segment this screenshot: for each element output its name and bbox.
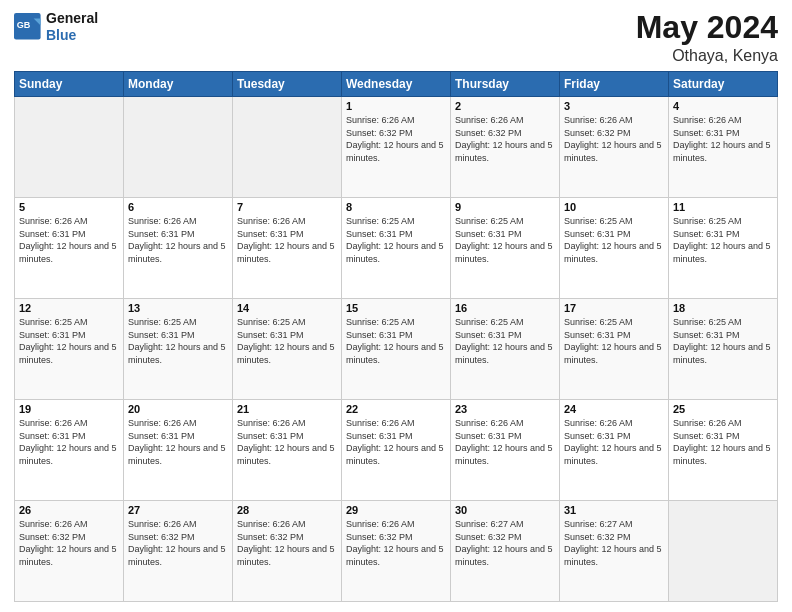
- day-number: 17: [564, 302, 664, 314]
- day-number: 20: [128, 403, 228, 415]
- sunset-label: Sunset: 6:31 PM: [564, 229, 631, 239]
- sunset-label: Sunset: 6:31 PM: [19, 431, 86, 441]
- day-number: 15: [346, 302, 446, 314]
- daylight-label: Daylight: 12 hours and 5 minutes.: [128, 342, 226, 365]
- daylight-label: Daylight: 12 hours and 5 minutes.: [564, 342, 662, 365]
- day-number: 5: [19, 201, 119, 213]
- sunset-label: Sunset: 6:32 PM: [455, 532, 522, 542]
- sunrise-label: Sunrise: 6:25 AM: [237, 317, 306, 327]
- sunrise-label: Sunrise: 6:26 AM: [346, 115, 415, 125]
- calendar-cell: 6Sunrise: 6:26 AMSunset: 6:31 PMDaylight…: [124, 198, 233, 299]
- day-number: 7: [237, 201, 337, 213]
- sunrise-label: Sunrise: 6:25 AM: [564, 317, 633, 327]
- sunset-label: Sunset: 6:32 PM: [455, 128, 522, 138]
- sunrise-label: Sunrise: 6:25 AM: [455, 317, 524, 327]
- calendar-cell: 15Sunrise: 6:25 AMSunset: 6:31 PMDayligh…: [342, 299, 451, 400]
- daylight-label: Daylight: 12 hours and 5 minutes.: [346, 241, 444, 264]
- calendar-cell: 3Sunrise: 6:26 AMSunset: 6:32 PMDaylight…: [560, 97, 669, 198]
- day-info: Sunrise: 6:25 AMSunset: 6:31 PMDaylight:…: [564, 316, 664, 366]
- day-info: Sunrise: 6:25 AMSunset: 6:31 PMDaylight:…: [346, 316, 446, 366]
- calendar-cell: 11Sunrise: 6:25 AMSunset: 6:31 PMDayligh…: [669, 198, 778, 299]
- calendar-cell: [15, 97, 124, 198]
- sunset-label: Sunset: 6:31 PM: [237, 330, 304, 340]
- daylight-label: Daylight: 12 hours and 5 minutes.: [673, 140, 771, 163]
- day-number: 30: [455, 504, 555, 516]
- day-info: Sunrise: 6:26 AMSunset: 6:32 PMDaylight:…: [19, 518, 119, 568]
- day-number: 8: [346, 201, 446, 213]
- day-info: Sunrise: 6:26 AMSunset: 6:31 PMDaylight:…: [673, 417, 773, 467]
- day-number: 19: [19, 403, 119, 415]
- sunrise-label: Sunrise: 6:26 AM: [237, 216, 306, 226]
- calendar-cell: 20Sunrise: 6:26 AMSunset: 6:31 PMDayligh…: [124, 400, 233, 501]
- daylight-label: Daylight: 12 hours and 5 minutes.: [346, 140, 444, 163]
- daylight-label: Daylight: 12 hours and 5 minutes.: [564, 241, 662, 264]
- calendar-cell: 18Sunrise: 6:25 AMSunset: 6:31 PMDayligh…: [669, 299, 778, 400]
- day-number: 1: [346, 100, 446, 112]
- day-info: Sunrise: 6:26 AMSunset: 6:31 PMDaylight:…: [564, 417, 664, 467]
- daylight-label: Daylight: 12 hours and 5 minutes.: [237, 443, 335, 466]
- sunset-label: Sunset: 6:31 PM: [346, 330, 413, 340]
- sunset-label: Sunset: 6:31 PM: [128, 431, 195, 441]
- calendar-header-cell: Monday: [124, 72, 233, 97]
- day-number: 16: [455, 302, 555, 314]
- sunrise-label: Sunrise: 6:26 AM: [128, 418, 197, 428]
- sunrise-label: Sunrise: 6:25 AM: [128, 317, 197, 327]
- calendar-header-cell: Saturday: [669, 72, 778, 97]
- calendar-cell: 28Sunrise: 6:26 AMSunset: 6:32 PMDayligh…: [233, 501, 342, 602]
- calendar-cell: 8Sunrise: 6:25 AMSunset: 6:31 PMDaylight…: [342, 198, 451, 299]
- day-info: Sunrise: 6:25 AMSunset: 6:31 PMDaylight:…: [673, 316, 773, 366]
- calendar-week-row: 5Sunrise: 6:26 AMSunset: 6:31 PMDaylight…: [15, 198, 778, 299]
- daylight-label: Daylight: 12 hours and 5 minutes.: [19, 443, 117, 466]
- sunset-label: Sunset: 6:31 PM: [673, 431, 740, 441]
- daylight-label: Daylight: 12 hours and 5 minutes.: [673, 443, 771, 466]
- daylight-label: Daylight: 12 hours and 5 minutes.: [564, 544, 662, 567]
- day-info: Sunrise: 6:26 AMSunset: 6:31 PMDaylight:…: [237, 417, 337, 467]
- daylight-label: Daylight: 12 hours and 5 minutes.: [673, 241, 771, 264]
- calendar-body: 1Sunrise: 6:26 AMSunset: 6:32 PMDaylight…: [15, 97, 778, 602]
- day-number: 11: [673, 201, 773, 213]
- sunset-label: Sunset: 6:32 PM: [19, 532, 86, 542]
- day-number: 4: [673, 100, 773, 112]
- sunrise-label: Sunrise: 6:26 AM: [128, 216, 197, 226]
- day-info: Sunrise: 6:26 AMSunset: 6:32 PMDaylight:…: [346, 114, 446, 164]
- calendar-header-cell: Tuesday: [233, 72, 342, 97]
- day-number: 18: [673, 302, 773, 314]
- day-info: Sunrise: 6:25 AMSunset: 6:31 PMDaylight:…: [346, 215, 446, 265]
- sunset-label: Sunset: 6:32 PM: [564, 532, 631, 542]
- calendar-cell: 29Sunrise: 6:26 AMSunset: 6:32 PMDayligh…: [342, 501, 451, 602]
- day-info: Sunrise: 6:26 AMSunset: 6:31 PMDaylight:…: [19, 215, 119, 265]
- day-info: Sunrise: 6:26 AMSunset: 6:31 PMDaylight:…: [19, 417, 119, 467]
- calendar-table: SundayMondayTuesdayWednesdayThursdayFrid…: [14, 71, 778, 602]
- sunrise-label: Sunrise: 6:26 AM: [128, 519, 197, 529]
- day-info: Sunrise: 6:25 AMSunset: 6:31 PMDaylight:…: [19, 316, 119, 366]
- daylight-label: Daylight: 12 hours and 5 minutes.: [19, 342, 117, 365]
- subtitle: Othaya, Kenya: [636, 47, 778, 65]
- calendar-cell: 14Sunrise: 6:25 AMSunset: 6:31 PMDayligh…: [233, 299, 342, 400]
- calendar-cell: [233, 97, 342, 198]
- sunrise-label: Sunrise: 6:26 AM: [237, 418, 306, 428]
- sunset-label: Sunset: 6:32 PM: [346, 128, 413, 138]
- calendar-cell: 31Sunrise: 6:27 AMSunset: 6:32 PMDayligh…: [560, 501, 669, 602]
- day-info: Sunrise: 6:25 AMSunset: 6:31 PMDaylight:…: [237, 316, 337, 366]
- calendar-cell: 23Sunrise: 6:26 AMSunset: 6:31 PMDayligh…: [451, 400, 560, 501]
- sunrise-label: Sunrise: 6:26 AM: [564, 418, 633, 428]
- sunrise-label: Sunrise: 6:26 AM: [237, 519, 306, 529]
- calendar-cell: 10Sunrise: 6:25 AMSunset: 6:31 PMDayligh…: [560, 198, 669, 299]
- day-number: 29: [346, 504, 446, 516]
- day-info: Sunrise: 6:25 AMSunset: 6:31 PMDaylight:…: [673, 215, 773, 265]
- sunrise-label: Sunrise: 6:26 AM: [19, 418, 88, 428]
- calendar-cell: 27Sunrise: 6:26 AMSunset: 6:32 PMDayligh…: [124, 501, 233, 602]
- daylight-label: Daylight: 12 hours and 5 minutes.: [564, 443, 662, 466]
- day-number: 22: [346, 403, 446, 415]
- daylight-label: Daylight: 12 hours and 5 minutes.: [346, 342, 444, 365]
- day-number: 12: [19, 302, 119, 314]
- sunrise-label: Sunrise: 6:27 AM: [455, 519, 524, 529]
- daylight-label: Daylight: 12 hours and 5 minutes.: [237, 342, 335, 365]
- sunset-label: Sunset: 6:31 PM: [346, 229, 413, 239]
- day-info: Sunrise: 6:26 AMSunset: 6:31 PMDaylight:…: [346, 417, 446, 467]
- sunrise-label: Sunrise: 6:25 AM: [673, 216, 742, 226]
- day-info: Sunrise: 6:25 AMSunset: 6:31 PMDaylight:…: [455, 316, 555, 366]
- day-info: Sunrise: 6:27 AMSunset: 6:32 PMDaylight:…: [455, 518, 555, 568]
- sunset-label: Sunset: 6:31 PM: [346, 431, 413, 441]
- daylight-label: Daylight: 12 hours and 5 minutes.: [455, 140, 553, 163]
